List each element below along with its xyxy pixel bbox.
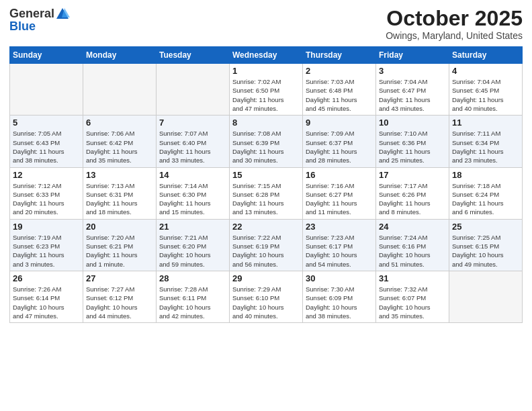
- calendar-cell: [157, 64, 230, 116]
- day-info: Sunrise: 7:04 AMSunset: 6:47 PMDaylight:…: [379, 77, 446, 113]
- day-number: 16: [306, 170, 373, 180]
- day-info: Sunrise: 7:19 AMSunset: 6:23 PMDaylight:…: [13, 233, 80, 269]
- calendar-cell: 3Sunrise: 7:04 AMSunset: 6:47 PMDaylight…: [376, 64, 449, 116]
- day-number: 29: [232, 273, 300, 283]
- day-info: Sunrise: 7:13 AMSunset: 6:31 PMDaylight:…: [86, 181, 153, 217]
- day-info: Sunrise: 7:15 AMSunset: 6:28 PMDaylight:…: [232, 181, 300, 217]
- day-info: Sunrise: 7:10 AMSunset: 6:36 PMDaylight:…: [379, 129, 446, 165]
- col-tuesday: Tuesday: [157, 47, 230, 64]
- calendar-cell: 26Sunrise: 7:26 AMSunset: 6:14 PMDayligh…: [10, 271, 83, 322]
- day-info: Sunrise: 7:23 AMSunset: 6:17 PMDaylight:…: [306, 233, 373, 269]
- day-number: 27: [86, 273, 153, 283]
- calendar-cell: 13Sunrise: 7:13 AMSunset: 6:31 PMDayligh…: [83, 167, 157, 219]
- calendar-cell: 10Sunrise: 7:10 AMSunset: 6:36 PMDayligh…: [376, 116, 449, 167]
- day-info: Sunrise: 7:11 AMSunset: 6:34 PMDaylight:…: [452, 129, 519, 165]
- day-number: 20: [86, 222, 153, 232]
- calendar-row-5: 26Sunrise: 7:26 AMSunset: 6:14 PMDayligh…: [10, 271, 523, 322]
- calendar-cell: 6Sunrise: 7:06 AMSunset: 6:42 PMDaylight…: [83, 116, 157, 167]
- day-info: Sunrise: 7:02 AMSunset: 6:50 PMDaylight:…: [232, 77, 300, 113]
- day-info: Sunrise: 7:05 AMSunset: 6:43 PMDaylight:…: [13, 129, 80, 165]
- day-info: Sunrise: 7:28 AMSunset: 6:11 PMDaylight:…: [159, 285, 226, 320]
- calendar-cell: 22Sunrise: 7:22 AMSunset: 6:19 PMDayligh…: [230, 219, 303, 271]
- calendar-cell: 24Sunrise: 7:24 AMSunset: 6:16 PMDayligh…: [376, 219, 449, 271]
- day-number: 6: [86, 118, 153, 128]
- day-info: Sunrise: 7:29 AMSunset: 6:10 PMDaylight:…: [232, 285, 300, 320]
- day-info: Sunrise: 7:18 AMSunset: 6:24 PMDaylight:…: [452, 181, 519, 217]
- page-container: General Blue October 2025 Owings, Maryla…: [0, 0, 532, 330]
- day-info: Sunrise: 7:14 AMSunset: 6:30 PMDaylight:…: [159, 181, 226, 217]
- day-number: 15: [232, 170, 300, 180]
- calendar-row-3: 12Sunrise: 7:12 AMSunset: 6:33 PMDayligh…: [10, 167, 523, 219]
- day-number: 9: [306, 118, 373, 128]
- day-info: Sunrise: 7:21 AMSunset: 6:20 PMDaylight:…: [159, 233, 226, 269]
- calendar-cell: 1Sunrise: 7:02 AMSunset: 6:50 PMDaylight…: [230, 64, 303, 116]
- calendar-cell: [10, 64, 83, 116]
- day-number: 30: [306, 273, 373, 283]
- day-info: Sunrise: 7:07 AMSunset: 6:40 PMDaylight:…: [159, 129, 226, 165]
- calendar-cell: 25Sunrise: 7:25 AMSunset: 6:15 PMDayligh…: [449, 219, 523, 271]
- calendar-cell: 23Sunrise: 7:23 AMSunset: 6:17 PMDayligh…: [303, 219, 376, 271]
- calendar-cell: 11Sunrise: 7:11 AMSunset: 6:34 PMDayligh…: [449, 116, 523, 167]
- calendar-cell: 15Sunrise: 7:15 AMSunset: 6:28 PMDayligh…: [230, 167, 303, 219]
- calendar-cell: 21Sunrise: 7:21 AMSunset: 6:20 PMDayligh…: [157, 219, 230, 271]
- calendar-row-1: 1Sunrise: 7:02 AMSunset: 6:50 PMDaylight…: [10, 64, 523, 116]
- day-info: Sunrise: 7:20 AMSunset: 6:21 PMDaylight:…: [86, 233, 153, 269]
- logo-icon: [55, 7, 70, 21]
- calendar-cell: [83, 64, 157, 116]
- calendar-cell: 17Sunrise: 7:17 AMSunset: 6:26 PMDayligh…: [376, 167, 449, 219]
- day-info: Sunrise: 7:24 AMSunset: 6:16 PMDaylight:…: [379, 233, 446, 269]
- day-number: 17: [379, 170, 446, 180]
- logo-general: General: [9, 7, 54, 21]
- day-number: 19: [13, 222, 80, 232]
- calendar-cell: 8Sunrise: 7:08 AMSunset: 6:39 PMDaylight…: [230, 116, 303, 167]
- calendar-cell: 30Sunrise: 7:30 AMSunset: 6:09 PMDayligh…: [303, 271, 376, 322]
- day-info: Sunrise: 7:17 AMSunset: 6:26 PMDaylight:…: [379, 181, 446, 217]
- day-number: 21: [159, 222, 226, 232]
- logo-blue: Blue: [9, 20, 70, 34]
- calendar-cell: 7Sunrise: 7:07 AMSunset: 6:40 PMDaylight…: [157, 116, 230, 167]
- calendar-cell: 20Sunrise: 7:20 AMSunset: 6:21 PMDayligh…: [83, 219, 157, 271]
- day-number: 1: [232, 66, 300, 76]
- day-info: Sunrise: 7:30 AMSunset: 6:09 PMDaylight:…: [306, 285, 373, 320]
- day-number: 2: [306, 66, 373, 76]
- calendar-header-row: Sunday Monday Tuesday Wednesday Thursday…: [10, 47, 523, 64]
- day-info: Sunrise: 7:03 AMSunset: 6:48 PMDaylight:…: [306, 77, 373, 113]
- day-info: Sunrise: 7:06 AMSunset: 6:42 PMDaylight:…: [86, 129, 153, 165]
- calendar-cell: 31Sunrise: 7:32 AMSunset: 6:07 PMDayligh…: [376, 271, 449, 322]
- calendar-cell: 5Sunrise: 7:05 AMSunset: 6:43 PMDaylight…: [10, 116, 83, 167]
- location: Owings, Maryland, United States: [386, 30, 523, 41]
- day-number: 13: [86, 170, 153, 180]
- calendar-row-4: 19Sunrise: 7:19 AMSunset: 6:23 PMDayligh…: [10, 219, 523, 271]
- col-wednesday: Wednesday: [230, 47, 303, 64]
- day-info: Sunrise: 7:26 AMSunset: 6:14 PMDaylight:…: [13, 285, 80, 320]
- calendar-cell: 14Sunrise: 7:14 AMSunset: 6:30 PMDayligh…: [157, 167, 230, 219]
- day-number: 18: [452, 170, 519, 180]
- day-number: 3: [379, 66, 446, 76]
- title-block: October 2025 Owings, Maryland, United St…: [386, 7, 523, 41]
- day-info: Sunrise: 7:32 AMSunset: 6:07 PMDaylight:…: [379, 285, 446, 320]
- calendar-cell: 19Sunrise: 7:19 AMSunset: 6:23 PMDayligh…: [10, 219, 83, 271]
- day-number: 14: [159, 170, 226, 180]
- day-number: 24: [379, 222, 446, 232]
- calendar-cell: 29Sunrise: 7:29 AMSunset: 6:10 PMDayligh…: [230, 271, 303, 322]
- calendar-cell: 27Sunrise: 7:27 AMSunset: 6:12 PMDayligh…: [83, 271, 157, 322]
- month-title: October 2025: [386, 7, 523, 30]
- day-info: Sunrise: 7:16 AMSunset: 6:27 PMDaylight:…: [306, 181, 373, 217]
- day-info: Sunrise: 7:22 AMSunset: 6:19 PMDaylight:…: [232, 233, 300, 269]
- calendar-cell: 28Sunrise: 7:28 AMSunset: 6:11 PMDayligh…: [157, 271, 230, 322]
- calendar-cell: 12Sunrise: 7:12 AMSunset: 6:33 PMDayligh…: [10, 167, 83, 219]
- day-info: Sunrise: 7:27 AMSunset: 6:12 PMDaylight:…: [86, 285, 153, 320]
- col-friday: Friday: [376, 47, 449, 64]
- day-number: 4: [452, 66, 519, 76]
- day-number: 8: [232, 118, 300, 128]
- calendar-cell: 9Sunrise: 7:09 AMSunset: 6:37 PMDaylight…: [303, 116, 376, 167]
- calendar-row-2: 5Sunrise: 7:05 AMSunset: 6:43 PMDaylight…: [10, 116, 523, 167]
- calendar-cell: 18Sunrise: 7:18 AMSunset: 6:24 PMDayligh…: [449, 167, 523, 219]
- day-number: 25: [452, 222, 519, 232]
- col-thursday: Thursday: [303, 47, 376, 64]
- day-number: 28: [159, 273, 226, 283]
- day-number: 10: [379, 118, 446, 128]
- header: General Blue October 2025 Owings, Maryla…: [9, 7, 523, 41]
- col-monday: Monday: [83, 47, 157, 64]
- day-info: Sunrise: 7:08 AMSunset: 6:39 PMDaylight:…: [232, 129, 300, 165]
